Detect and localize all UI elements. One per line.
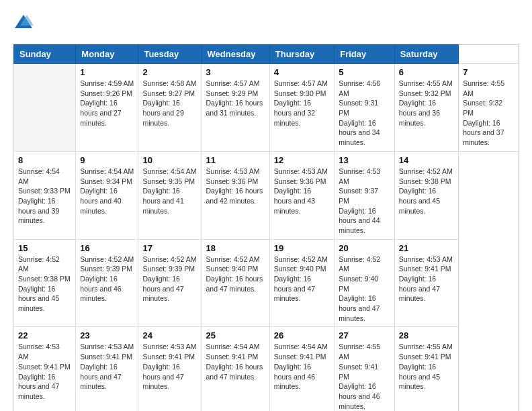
sunrise-time: 4:52 AM — [234, 255, 260, 263]
sunset-label: Sunset: — [399, 265, 425, 273]
day-cell-18: 18 Sunrise: 4:52 AM Sunset: 9:40 PM Dayl… — [202, 239, 269, 327]
day-info: Sunrise: 4:57 AM Sunset: 9:29 PM Dayligh… — [206, 79, 265, 118]
day-info: Sunrise: 4:54 AM Sunset: 9:35 PM Dayligh… — [142, 167, 197, 216]
sunrise-time: 4:52 AM — [108, 255, 134, 263]
day-info: Sunrise: 4:59 AM Sunset: 9:26 PM Dayligh… — [80, 79, 134, 128]
sunrise-time: 4:52 AM — [427, 167, 453, 175]
sunset-time: 9:38 PM — [425, 177, 451, 185]
day-info: Sunrise: 4:53 AM Sunset: 9:37 PM Dayligh… — [339, 167, 390, 236]
day-cell-20: 20 Sunrise: 4:52 AM Sunset: 9:40 PM Dayl… — [335, 239, 395, 327]
day-cell-2: 2 Sunrise: 4:58 AM Sunset: 9:27 PM Dayli… — [138, 64, 202, 152]
daylight-label: Daylight: 16 hours and 47 minutes. — [339, 294, 380, 322]
sunrise-time: 4:57 AM — [234, 79, 260, 87]
day-info: Sunrise: 4:52 AM Sunset: 9:40 PM Dayligh… — [206, 255, 265, 294]
day-cell-10: 10 Sunrise: 4:54 AM Sunset: 9:35 PM Dayl… — [138, 151, 202, 239]
daylight-label: Daylight: 16 hours and 44 minutes. — [339, 207, 380, 234]
daylight-label: Daylight: 16 hours and 47 minutes. — [18, 373, 59, 400]
day-number: 9 — [80, 155, 134, 165]
sunset-label: Sunset: — [206, 265, 232, 273]
sunrise-label: Sunrise: — [206, 342, 234, 351]
sunset-label: Sunset: — [399, 177, 425, 185]
sunset-label: Sunset: — [339, 99, 365, 107]
sunrise-time: 4:52 AM — [302, 255, 328, 263]
day-number: 22 — [18, 330, 71, 340]
sunset-label: Sunset: — [18, 275, 44, 283]
sunset-time: 9:40 PM — [232, 265, 258, 273]
sunrise-label: Sunrise: — [399, 255, 427, 263]
sunset-label: Sunset: — [206, 177, 232, 185]
day-number: 18 — [206, 243, 265, 253]
daylight-label: Daylight: 16 hours and 47 minutes. — [206, 363, 263, 381]
daylight-label: Daylight: 16 hours and 36 minutes. — [399, 99, 440, 126]
sunrise-label: Sunrise: — [399, 342, 427, 351]
sunrise-time: 4:55 AM — [427, 79, 453, 87]
sunrise-label: Sunrise: — [399, 167, 427, 175]
sunset-time: 9:41 PM — [106, 353, 132, 361]
day-cell-14: 14 Sunrise: 4:52 AM Sunset: 9:38 PM Dayl… — [394, 151, 458, 239]
header-friday: Friday — [335, 45, 395, 64]
daylight-label: Daylight: 16 hours and 31 minutes. — [206, 99, 263, 117]
logo-icon — [13, 13, 34, 34]
day-info: Sunrise: 4:55 AM Sunset: 9:32 PM Dayligh… — [463, 79, 514, 148]
header-monday: Monday — [76, 45, 138, 64]
sunset-label: Sunset: — [274, 89, 300, 97]
header-sunday: Sunday — [14, 45, 76, 64]
sunset-label: Sunset: — [80, 265, 106, 273]
day-info: Sunrise: 4:52 AM Sunset: 9:40 PM Dayligh… — [274, 255, 330, 304]
sunrise-time: 4:52 AM — [171, 255, 197, 263]
week-row-3: 15 Sunrise: 4:52 AM Sunset: 9:38 PM Dayl… — [14, 239, 519, 327]
day-cell-6: 6 Sunrise: 4:55 AM Sunset: 9:32 PM Dayli… — [394, 64, 458, 152]
sunset-label: Sunset: — [339, 187, 365, 195]
daylight-label: Daylight: 16 hours and 45 minutes. — [399, 363, 440, 390]
sunset-label: Sunset: — [274, 353, 300, 361]
daylight-label: Daylight: 16 hours and 27 minutes. — [80, 99, 121, 126]
day-number: 20 — [339, 243, 390, 253]
calendar-header-row: SundayMondayTuesdayWednesdayThursdayFrid… — [14, 45, 519, 64]
sunset-time: 9:36 PM — [300, 177, 326, 185]
sunset-label: Sunset: — [206, 353, 232, 361]
day-number: 19 — [274, 243, 330, 253]
day-number: 1 — [80, 67, 134, 77]
sunset-time: 9:40 PM — [300, 265, 326, 273]
sunrise-label: Sunrise: — [339, 79, 366, 87]
calendar-table: SundayMondayTuesdayWednesdayThursdayFrid… — [13, 44, 519, 411]
day-cell-23: 23 Sunrise: 4:53 AM Sunset: 9:41 PM Dayl… — [76, 327, 138, 411]
sunset-time: 9:41 PM — [232, 353, 258, 361]
daylight-label: Daylight: 16 hours and 46 minutes. — [274, 363, 315, 390]
day-number: 7 — [463, 67, 514, 77]
daylight-label: Daylight: 16 hours and 47 minutes. — [399, 275, 440, 302]
sunrise-label: Sunrise: — [18, 255, 46, 263]
day-info: Sunrise: 4:53 AM Sunset: 9:41 PM Dayligh… — [399, 255, 454, 304]
sunset-label: Sunset: — [339, 275, 365, 283]
sunrise-label: Sunrise: — [18, 342, 46, 351]
sunrise-time: 4:54 AM — [302, 342, 328, 351]
empty-cell — [14, 64, 76, 152]
header-wednesday: Wednesday — [202, 45, 269, 64]
day-number: 15 — [18, 243, 71, 253]
sunset-time: 9:34 PM — [106, 177, 132, 185]
sunrise-label: Sunrise: — [142, 255, 170, 263]
sunset-label: Sunset: — [142, 353, 169, 361]
day-info: Sunrise: 4:55 AM Sunset: 9:41 PM Dayligh… — [399, 342, 454, 391]
day-cell-21: 21 Sunrise: 4:53 AM Sunset: 9:41 PM Dayl… — [394, 239, 458, 327]
sunset-time: 9:30 PM — [300, 89, 326, 97]
sunset-label: Sunset: — [142, 89, 169, 97]
sunset-time: 9:41 PM — [425, 353, 451, 361]
day-number: 13 — [339, 155, 390, 165]
sunrise-time: 4:55 AM — [427, 342, 453, 351]
sunset-time: 9:41 PM — [425, 265, 451, 273]
sunrise-label: Sunrise: — [206, 79, 234, 87]
day-number: 3 — [206, 67, 265, 77]
sunrise-label: Sunrise: — [80, 79, 107, 87]
sunrise-label: Sunrise: — [18, 167, 46, 175]
daylight-label: Daylight: 16 hours and 29 minutes. — [142, 99, 183, 126]
day-cell-25: 25 Sunrise: 4:54 AM Sunset: 9:41 PM Dayl… — [202, 327, 269, 411]
day-cell-16: 16 Sunrise: 4:52 AM Sunset: 9:39 PM Dayl… — [76, 239, 138, 327]
sunrise-label: Sunrise: — [142, 342, 170, 351]
day-cell-7: 7 Sunrise: 4:55 AM Sunset: 9:32 PM Dayli… — [459, 64, 519, 152]
sunrise-label: Sunrise: — [339, 255, 366, 263]
day-info: Sunrise: 4:52 AM Sunset: 9:38 PM Dayligh… — [18, 255, 71, 314]
daylight-label: Daylight: 16 hours and 42 minutes. — [206, 187, 263, 205]
day-cell-15: 15 Sunrise: 4:52 AM Sunset: 9:38 PM Dayl… — [14, 239, 76, 327]
page-header — [13, 13, 519, 34]
